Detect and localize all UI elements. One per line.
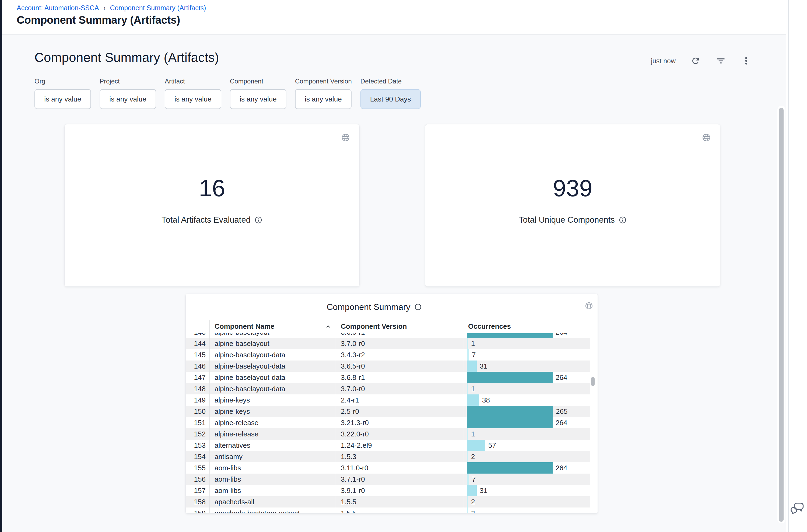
stat-card-total-unique-components: 939 Total Unique Components: [425, 125, 720, 286]
component-name-cell: alpine-baselayout-data: [209, 372, 336, 383]
table-row[interactable]: 151alpine-release3.21.3-r0264: [186, 417, 598, 428]
row-index-header: [186, 320, 209, 333]
stat-label: Total Unique Components: [519, 215, 615, 225]
breadcrumb-account-link[interactable]: Account: Automation-SSCA: [17, 4, 99, 12]
globe-timezone-icon: [702, 133, 711, 142]
column-header-component-name[interactable]: Component Name: [209, 320, 336, 333]
occurrence-value: 31: [480, 485, 487, 496]
stat-card-total-artifacts: 16 Total Artifacts Evaluated: [64, 125, 359, 286]
filter-group-org: Org is any value: [35, 78, 91, 109]
filter-label: Component: [230, 78, 286, 85]
filter-value-button-project[interactable]: is any value: [100, 89, 156, 109]
filter-label: Detected Date: [361, 78, 421, 85]
component-name-cell: aom-libs: [209, 462, 336, 474]
component-version-cell: 3.4.3-r2: [336, 349, 463, 361]
table-row[interactable]: 156aom-libs3.7.1-r07: [186, 474, 598, 485]
occurrence-bar: [467, 428, 468, 440]
table-row[interactable]: 159apacheds-bootstrap-extract1.5.52: [186, 508, 598, 513]
component-name-cell: alpine-keys: [209, 395, 336, 406]
occurrence-value: 31: [480, 361, 487, 372]
filter-value-button-artifact[interactable]: is any value: [165, 89, 221, 109]
occurrence-value: 1: [471, 428, 475, 440]
filter-value-button-component[interactable]: is any value: [230, 89, 286, 109]
table-row[interactable]: 149alpine-keys2.4-r138: [186, 395, 598, 406]
filter-group-component: Component is any value: [230, 78, 286, 109]
collapsed-sidebar-strip: [0, 0, 2, 532]
occurrence-value: 2: [471, 451, 475, 462]
table-scrollbar-thumb[interactable]: [591, 377, 595, 386]
component-summary-card: Component Summary Component Name Comp: [186, 294, 598, 513]
row-index-cell: 147: [186, 372, 209, 383]
occurrence-bar: [467, 372, 553, 383]
filter-group-detected-date: Detected Date Last 90 Days: [361, 78, 421, 109]
occurrences-cell: 1: [463, 383, 590, 395]
table-row[interactable]: 146alpine-baselayout-data3.6.5-r031: [186, 361, 598, 372]
table-row[interactable]: 150alpine-keys2.5-r0265: [186, 406, 598, 417]
table-body: 143alpine-baselayout3.6.8-r1264144alpine…: [186, 333, 598, 513]
occurrence-value: 2: [471, 508, 475, 513]
filter-value-button-org[interactable]: is any value: [35, 89, 91, 109]
table-row[interactable]: 152alpine-release3.22.0-r01: [186, 428, 598, 440]
table-row[interactable]: 157aom-libs3.9.1-r031: [186, 485, 598, 496]
component-version-cell: 1.24-2.el9: [336, 440, 463, 451]
column-header-occurrences[interactable]: Occurrences: [463, 320, 590, 333]
info-icon[interactable]: [619, 216, 627, 224]
main-column: Account: Automation-SSCA › Component Sum…: [2, 0, 786, 532]
row-scroll-gutter: [590, 508, 598, 513]
chat-bubbles-icon: [790, 500, 805, 515]
refresh-icon: [691, 56, 700, 66]
component-name-cell: alpine-release: [209, 417, 336, 428]
row-scroll-gutter: [590, 395, 598, 406]
row-index-cell: 150: [186, 406, 209, 417]
table-row[interactable]: 143alpine-baselayout3.6.8-r1264: [186, 333, 598, 338]
refresh-button[interactable]: [690, 55, 701, 66]
column-header-component-version[interactable]: Component Version: [336, 320, 463, 333]
table-row[interactable]: 145alpine-baselayout-data3.4.3-r27: [186, 349, 598, 361]
page-scrollbar-thumb[interactable]: [779, 108, 784, 522]
breadcrumb-current-link[interactable]: Component Summary (Artifacts): [110, 4, 206, 12]
occurrences-cell: 264: [463, 462, 590, 474]
row-scroll-gutter: [590, 485, 598, 496]
table-row[interactable]: 153alternatives1.24-2.el957: [186, 440, 598, 451]
table-row[interactable]: 144alpine-baselayout3.7.0-r01: [186, 338, 598, 349]
occurrences-cell: 31: [463, 485, 590, 496]
component-name-cell: alpine-release: [209, 428, 336, 440]
occurrences-cell: 31: [463, 361, 590, 372]
occurrence-bar: [467, 338, 468, 349]
component-name-cell: alpine-baselayout-data: [209, 361, 336, 372]
row-index-cell: 158: [186, 496, 209, 508]
dashboard-title: Component Summary (Artifacts): [35, 50, 219, 65]
refresh-status: just now: [651, 57, 676, 65]
row-index-cell: 148: [186, 383, 209, 395]
occurrence-bar: [467, 361, 477, 372]
filter-value-button-component-version[interactable]: is any value: [295, 89, 351, 109]
occurrence-bar: [467, 474, 469, 485]
dashboard-filters-button[interactable]: [715, 55, 726, 66]
support-chat-button[interactable]: [790, 500, 805, 515]
page-scrollbar-track: [777, 106, 786, 524]
table-row[interactable]: 154antisamy1.5.32: [186, 451, 598, 462]
component-version-cell: 3.6.5-r0: [336, 361, 463, 372]
occurrences-cell: 265: [463, 406, 590, 417]
row-index-cell: 154: [186, 451, 209, 462]
occurrence-value: 38: [482, 395, 490, 406]
occurrence-bar: [467, 485, 477, 496]
table-row[interactable]: 155aom-libs3.11.0-r0264: [186, 462, 598, 474]
filter-value-button-detected-date[interactable]: Last 90 Days: [361, 89, 421, 109]
occurrence-bar: [467, 440, 485, 451]
info-icon[interactable]: [414, 303, 422, 311]
globe-timezone-icon: [341, 133, 350, 142]
page-title: Component Summary (Artifacts): [17, 14, 180, 26]
component-version-cell: 3.7.1-r0: [336, 474, 463, 485]
table-row[interactable]: 148alpine-baselayout-data3.7.0-r01: [186, 383, 598, 395]
component-name-cell: alpine-baselayout: [209, 333, 336, 338]
breadcrumb-separator-icon: ›: [104, 4, 105, 12]
more-options-button[interactable]: [741, 55, 752, 66]
row-index-cell: 146: [186, 361, 209, 372]
table-row[interactable]: 158apacheds-all1.5.52: [186, 496, 598, 508]
info-icon[interactable]: [254, 216, 263, 224]
row-index-cell: 152: [186, 428, 209, 440]
occurrence-value: 1: [471, 338, 475, 349]
table-row[interactable]: 147alpine-baselayout-data3.6.8-r1264: [186, 372, 598, 383]
row-index-cell: 153: [186, 440, 209, 451]
